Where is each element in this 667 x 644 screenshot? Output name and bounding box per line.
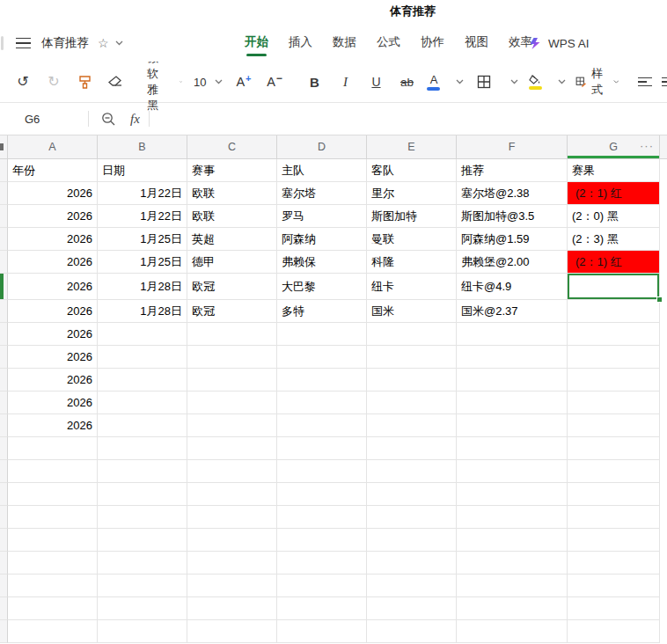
cell[interactable] — [98, 483, 187, 506]
cell[interactable] — [98, 552, 187, 574]
cell[interactable] — [367, 369, 457, 392]
column-header-F[interactable]: F — [457, 135, 568, 158]
cell[interactable] — [277, 437, 367, 460]
italic-button[interactable]: I — [334, 70, 355, 94]
cell[interactable] — [98, 529, 187, 552]
cell[interactable] — [457, 552, 568, 574]
cell[interactable]: 塞尔塔 — [277, 182, 367, 205]
cell[interactable] — [8, 597, 98, 620]
cell[interactable]: 2026 — [8, 323, 98, 346]
cell[interactable]: 2026 — [8, 182, 98, 205]
cell[interactable] — [457, 437, 568, 460]
cell[interactable]: 弗赖保 — [277, 251, 367, 274]
row-header[interactable] — [0, 460, 8, 483]
column-header-B[interactable]: B — [98, 135, 187, 158]
cell[interactable]: 英超 — [187, 228, 277, 251]
cell[interactable] — [367, 437, 457, 460]
cell[interactable]: 欧联 — [187, 182, 277, 205]
cell[interactable]: 阿森纳 — [277, 228, 367, 251]
fill-color-chevron-icon[interactable] — [558, 79, 566, 84]
zoom-out-search-icon[interactable] — [101, 112, 116, 127]
cell[interactable]: 年份 — [8, 159, 98, 182]
cell[interactable]: 斯图加特 — [367, 205, 457, 228]
cell[interactable] — [8, 483, 98, 506]
cell[interactable]: 科隆 — [367, 251, 457, 274]
cell[interactable] — [187, 529, 277, 552]
cell[interactable] — [8, 506, 98, 529]
strikethrough-button[interactable]: ab — [396, 70, 417, 94]
cell[interactable] — [277, 483, 367, 506]
tab-3[interactable]: 公式 — [377, 29, 400, 58]
cell[interactable] — [367, 483, 457, 506]
cell[interactable] — [367, 552, 457, 574]
cell[interactable] — [98, 620, 187, 643]
more-columns-icon[interactable]: ··· — [640, 139, 654, 152]
cell[interactable] — [187, 574, 277, 597]
selected-cell-G6[interactable] — [568, 274, 660, 300]
cell[interactable]: 赛事 — [187, 159, 277, 182]
cell[interactable] — [8, 460, 98, 483]
row-header[interactable] — [0, 414, 8, 437]
cell[interactable] — [8, 529, 98, 552]
column-header-C[interactable]: C — [187, 135, 277, 158]
cell[interactable]: 推荐 — [457, 159, 568, 182]
cell[interactable]: 弗赖堡@2.00 — [457, 251, 568, 274]
format-painter-icon[interactable] — [74, 70, 95, 94]
cell[interactable]: (2：1) 红 — [568, 182, 660, 205]
cell[interactable] — [568, 460, 660, 483]
row-header[interactable] — [0, 506, 8, 529]
row-header[interactable] — [0, 323, 8, 346]
cell[interactable]: (2：3) 黑 — [568, 228, 660, 251]
document-name[interactable]: 体育推荐 — [41, 35, 89, 51]
cell[interactable] — [277, 392, 367, 414]
cell[interactable] — [457, 529, 568, 552]
increase-font-button[interactable]: A+ — [232, 70, 253, 94]
cell[interactable]: (2：0) 黑 — [568, 205, 660, 228]
cell[interactable] — [8, 620, 98, 643]
cell[interactable] — [568, 369, 660, 392]
row-header[interactable] — [0, 574, 8, 597]
cell[interactable] — [98, 392, 187, 414]
cell[interactable] — [98, 460, 187, 483]
cell[interactable] — [457, 414, 568, 437]
cell[interactable] — [457, 483, 568, 506]
cell[interactable]: 欧冠 — [187, 300, 277, 323]
cell[interactable] — [568, 437, 660, 460]
cell[interactable] — [8, 574, 98, 597]
font-size-dropdown[interactable]: 10 — [194, 76, 223, 89]
cell[interactable]: 1月28日 — [98, 300, 187, 323]
cell[interactable] — [568, 552, 660, 574]
row-header[interactable] — [0, 483, 8, 506]
decrease-font-button[interactable]: A− — [263, 70, 284, 94]
cell[interactable] — [187, 460, 277, 483]
cell[interactable] — [98, 506, 187, 529]
cell[interactable] — [457, 460, 568, 483]
row-header[interactable] — [0, 392, 8, 414]
tab-0[interactable]: 开始 — [245, 29, 268, 58]
tab-1[interactable]: 插入 — [289, 29, 312, 58]
cell[interactable] — [568, 323, 660, 346]
cell-name-box[interactable]: G6 — [0, 103, 88, 135]
font-color-button[interactable]: A — [427, 74, 440, 91]
cell[interactable] — [98, 369, 187, 392]
cell[interactable] — [8, 437, 98, 460]
cell[interactable]: 1月28日 — [98, 274, 187, 300]
cell[interactable] — [367, 620, 457, 643]
cell[interactable] — [367, 323, 457, 346]
cell[interactable] — [457, 506, 568, 529]
cell[interactable]: 德甲 — [187, 251, 277, 274]
cell-style-button[interactable]: 样式 — [575, 66, 619, 98]
row-header[interactable] — [0, 529, 8, 552]
fill-handle[interactable] — [656, 296, 663, 303]
cell[interactable] — [568, 483, 660, 506]
cell[interactable]: 1月22日 — [98, 182, 187, 205]
cell[interactable] — [277, 323, 367, 346]
font-color-chevron-icon[interactable] — [456, 79, 464, 84]
cell[interactable] — [277, 529, 367, 552]
cell[interactable]: 阿森纳@1.59 — [457, 228, 568, 251]
cell[interactable] — [98, 414, 187, 437]
cell[interactable] — [277, 460, 367, 483]
cell[interactable] — [367, 460, 457, 483]
cell[interactable] — [98, 437, 187, 460]
cell[interactable] — [187, 506, 277, 529]
